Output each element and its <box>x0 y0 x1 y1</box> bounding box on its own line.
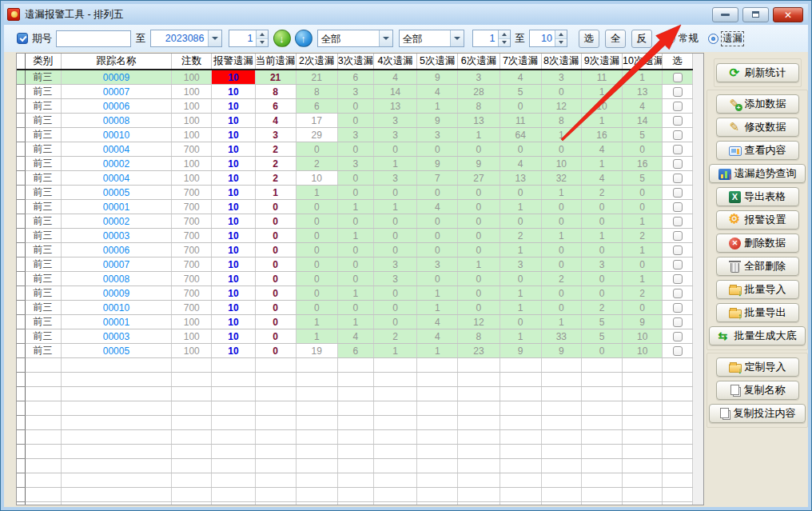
vertical-scrollbar-track[interactable] <box>693 459 703 473</box>
table-row[interactable]: 前三0000310010014248133510 <box>17 329 703 344</box>
vertical-scrollbar-track[interactable] <box>693 329 703 344</box>
table-row[interactable]: 前三000041001021003727133245 <box>17 171 703 186</box>
column-header-6[interactable]: 2次遗漏 <box>296 54 337 70</box>
minimize-button[interactable] <box>712 7 738 22</box>
table-row[interactable]: 前三00006100106601318012104 <box>17 99 703 114</box>
row-checkbox[interactable] <box>673 346 683 356</box>
spin-up-icon[interactable] <box>499 30 510 39</box>
action-button-gear[interactable]: 报警设置 <box>716 210 799 230</box>
spin-down-icon[interactable] <box>555 39 567 47</box>
column-header-14[interactable]: 10次遗漏 <box>623 54 663 70</box>
range-from-spinner[interactable]: 1 <box>472 30 511 47</box>
subcategory-filter-combobox[interactable]: 全部 <box>399 30 464 47</box>
spin-down-icon[interactable] <box>499 39 510 47</box>
vertical-scrollbar-track[interactable] <box>693 430 703 445</box>
table-row[interactable]: 前三000011001001104120159 <box>17 315 703 329</box>
action-button-shuffle[interactable]: 批量生成大底 <box>709 326 806 345</box>
action-button-edit-pencil[interactable]: 修改数据 <box>716 118 799 137</box>
vertical-scrollbar-track[interactable] <box>693 85 703 99</box>
vertical-scrollbar-track[interactable] <box>693 171 703 186</box>
action-button-folder-import[interactable]: 定制导入 <box>716 357 799 377</box>
vertical-scrollbar-track[interactable] <box>693 373 703 387</box>
column-header-11[interactable]: 7次遗漏 <box>500 54 541 70</box>
row-checkbox[interactable] <box>673 246 683 255</box>
column-header-9[interactable]: 5次遗漏 <box>417 54 458 70</box>
table-row[interactable]: 前三000081001041703913118114 <box>17 114 703 128</box>
arrow-down-circle-button[interactable] <box>273 30 291 47</box>
select-button[interactable]: 选 <box>579 30 599 48</box>
table-row[interactable]: 前三00005100100196112399010 <box>17 344 703 358</box>
column-header-4[interactable]: 报警遗漏 <box>212 54 255 70</box>
action-button-copy[interactable]: 复制名称 <box>716 381 799 400</box>
row-checkbox[interactable] <box>673 332 683 341</box>
vertical-scrollbar-track[interactable] <box>693 488 703 502</box>
vertical-scrollbar-track[interactable] <box>693 502 703 506</box>
row-checkbox[interactable] <box>673 73 683 82</box>
vertical-scrollbar-track[interactable] <box>693 70 703 85</box>
action-button-trash[interactable]: 全部删除 <box>716 257 799 276</box>
vertical-scrollbar-track[interactable] <box>693 272 703 286</box>
chevron-down-icon[interactable] <box>208 30 221 46</box>
vertical-scrollbar-track[interactable] <box>693 243 703 257</box>
vertical-scrollbar-track[interactable] <box>693 200 703 214</box>
action-button-folder-import[interactable]: 批量导入 <box>716 280 799 299</box>
row-checkbox[interactable] <box>673 174 683 183</box>
vertical-scrollbar-track[interactable] <box>693 142 703 157</box>
table-row[interactable]: 前三00006700100000001001 <box>17 243 703 257</box>
row-checkbox[interactable] <box>673 260 683 269</box>
row-checkbox[interactable] <box>673 102 683 111</box>
vertical-scrollbar-track[interactable] <box>693 54 703 70</box>
row-checkbox[interactable] <box>673 145 683 154</box>
table-row[interactable]: 前三00010700100000101020 <box>17 301 703 315</box>
vertical-scrollbar-track[interactable] <box>693 186 703 200</box>
row-checkbox[interactable] <box>673 202 683 212</box>
action-button-refresh[interactable]: 刷新统计 <box>716 63 799 82</box>
table-row[interactable]: 前三00010100103293331641165 <box>17 128 703 142</box>
vertical-scrollbar-track[interactable] <box>693 214 703 229</box>
issue-to-combobox[interactable]: 2023086 <box>150 30 222 47</box>
chevron-down-icon[interactable] <box>379 30 392 46</box>
action-button-copy[interactable]: 复制投注内容 <box>709 404 806 423</box>
mode-omission-radio[interactable] <box>708 34 718 44</box>
row-checkbox[interactable] <box>673 317 683 327</box>
vertical-scrollbar-track[interactable] <box>693 229 703 243</box>
vertical-scrollbar-track[interactable] <box>693 445 703 459</box>
action-button-file-export[interactable]: 批量导出 <box>716 303 799 322</box>
spin-up-icon[interactable] <box>257 30 268 39</box>
row-checkbox[interactable] <box>673 231 683 241</box>
restore-button[interactable] <box>742 7 769 22</box>
action-button-trend-chart[interactable]: 遗漏趋势查询 <box>709 164 806 183</box>
column-header-5[interactable]: 当前遗漏 <box>255 54 296 70</box>
column-header-3[interactable]: 注数 <box>172 54 212 70</box>
table-row[interactable]: 前三00003700100010002112 <box>17 229 703 243</box>
vertical-scrollbar-track[interactable] <box>693 99 703 114</box>
row-checkbox[interactable] <box>673 116 683 126</box>
vertical-scrollbar-track[interactable] <box>693 416 703 430</box>
issue-from-input[interactable] <box>56 30 131 47</box>
column-header-12[interactable]: 8次遗漏 <box>541 54 581 70</box>
table-row[interactable]: 前三00001700100011401000 <box>17 200 703 214</box>
row-checkbox[interactable] <box>673 188 683 198</box>
column-header-15[interactable]: 选 <box>663 54 693 70</box>
table-row[interactable]: 前三00007700100003313030 <box>17 257 703 272</box>
table-row[interactable]: 前三00009100102121649343111 <box>17 70 703 85</box>
range-to-spinner[interactable]: 10 <box>529 30 567 47</box>
count-spinner[interactable]: 1 <box>229 30 269 47</box>
row-checkbox[interactable] <box>673 130 683 140</box>
issue-checkbox[interactable] <box>17 33 28 44</box>
vertical-scrollbar-track[interactable] <box>693 286 703 301</box>
vertical-scrollbar-track[interactable] <box>693 114 703 128</box>
select-all-button[interactable]: 全 <box>605 30 626 48</box>
row-checkbox[interactable] <box>673 289 683 298</box>
arrow-up-circle-button[interactable] <box>295 30 312 47</box>
vertical-scrollbar-track[interactable] <box>693 128 703 142</box>
spin-up-icon[interactable] <box>555 30 567 39</box>
column-header-8[interactable]: 4次遗漏 <box>374 54 417 70</box>
vertical-scrollbar-track[interactable] <box>693 344 703 358</box>
vertical-scrollbar-track[interactable] <box>693 157 703 171</box>
column-header-10[interactable]: 6次遗漏 <box>458 54 500 70</box>
table-row[interactable]: 前三00005700101100000120 <box>17 186 703 200</box>
vertical-scrollbar-track[interactable] <box>693 401 703 416</box>
vertical-scrollbar-track[interactable] <box>693 257 703 272</box>
vertical-scrollbar-track[interactable] <box>693 315 703 329</box>
